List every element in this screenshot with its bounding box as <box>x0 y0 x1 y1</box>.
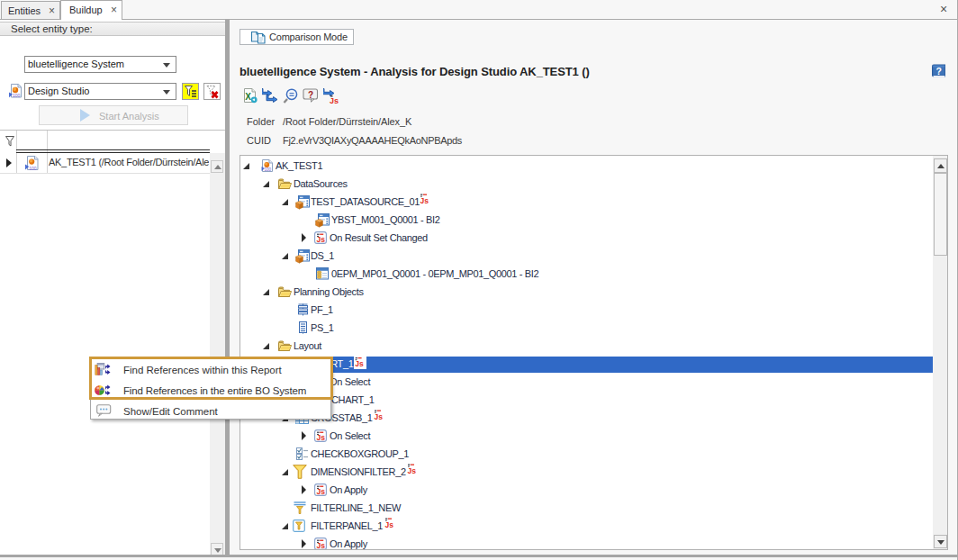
svg-text:Js: Js <box>317 487 326 496</box>
svg-text:?: ? <box>935 66 941 77</box>
svg-text:100: 100 <box>13 93 21 98</box>
svg-text:Js: Js <box>408 466 417 475</box>
svg-text:100: 100 <box>265 167 272 172</box>
svg-text:Js: Js <box>330 96 339 104</box>
svg-text:Js: Js <box>355 359 364 368</box>
svg-text:Js: Js <box>317 433 326 442</box>
svg-text:X: X <box>245 92 251 102</box>
svg-text:Js: Js <box>375 412 384 421</box>
svg-text:Js: Js <box>317 541 326 550</box>
svg-text:Js: Js <box>420 196 429 205</box>
svg-text:?: ? <box>308 90 313 100</box>
svg-text:Js: Js <box>385 520 394 529</box>
svg-text:Js: Js <box>317 235 326 244</box>
svg-text:100: 100 <box>29 166 37 171</box>
